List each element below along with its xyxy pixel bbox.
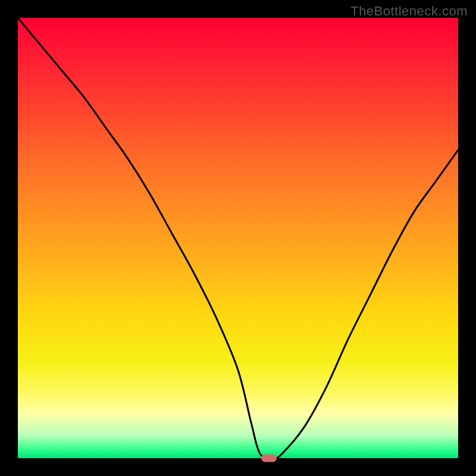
curve-svg bbox=[18, 18, 458, 458]
optimum-marker bbox=[261, 455, 277, 462]
watermark-text: TheBottleneck.com bbox=[350, 4, 468, 19]
bottleneck-curve-path bbox=[18, 18, 458, 458]
chart-frame: TheBottleneck.com bbox=[0, 0, 476, 476]
plot-area bbox=[18, 18, 458, 458]
